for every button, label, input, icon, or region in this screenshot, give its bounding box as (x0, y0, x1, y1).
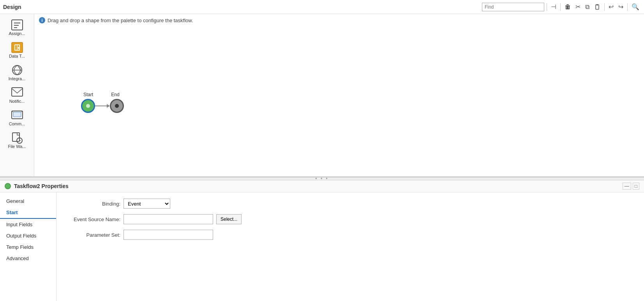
toolbar-separator-3 (604, 3, 605, 11)
flow-diagram: Start End (81, 92, 124, 113)
minimize-button[interactable]: — (623, 183, 631, 190)
properties-nav: General Start Input Fields Output Fields… (0, 192, 56, 301)
end-label: End (111, 92, 119, 97)
top-bar: Design ⊣ ✂ ⧉ ↩ ↪ 🔍 (0, 0, 644, 14)
paste-button[interactable] (593, 3, 602, 11)
binding-select[interactable]: Event Manual Scheduled (124, 199, 170, 209)
data-task-label: Data T... (9, 54, 25, 58)
zoom-button[interactable]: 🔍 (630, 2, 641, 11)
data-task-icon (10, 41, 24, 54)
arrow-line (95, 106, 107, 106)
palette-item-integration[interactable]: Integra... (3, 62, 31, 82)
palette-item-file-watch[interactable]: File Wa... (3, 130, 31, 150)
notification-icon (10, 86, 24, 99)
nav-item-temp-fields[interactable]: Temp Fields (0, 241, 56, 253)
arrow-head (107, 104, 110, 108)
parameter-set-input[interactable] (124, 230, 213, 240)
svg-rect-7 (596, 4, 598, 5)
properties-body: General Start Input Fields Output Fields… (0, 192, 644, 301)
palette-item-assign[interactable]: Assign... (3, 17, 31, 37)
svg-rect-1 (566, 4, 569, 5)
binding-label: Binding: (66, 201, 120, 207)
canvas-area[interactable]: i Drag and drop a shape from the palette… (34, 14, 644, 176)
start-label: Start (83, 92, 93, 97)
toolbar-right: ⊣ ✂ ⧉ ↩ ↪ 🔍 (482, 2, 641, 11)
properties-panel: Taskflow2 Properties — □ General Start I… (0, 180, 644, 301)
assign-label: Assign... (9, 31, 25, 36)
toolbar-separator-2 (560, 3, 561, 11)
file-watch-label: File Wa... (8, 144, 26, 149)
nav-item-start[interactable]: Start (0, 207, 56, 219)
integration-label: Integra... (9, 76, 25, 81)
properties-content: Binding: Event Manual Scheduled Event So… (56, 192, 644, 301)
properties-title: Taskflow2 Properties (5, 183, 69, 189)
communication-icon (10, 109, 24, 121)
maximize-button[interactable]: □ (633, 183, 639, 190)
end-node[interactable] (110, 99, 124, 113)
integration-icon (10, 64, 24, 76)
svg-rect-21 (13, 112, 21, 117)
palette-item-notification[interactable]: Notific... (3, 85, 31, 104)
canvas-hint-text: Drag and drop a shape from the palette t… (48, 18, 193, 23)
palette-item-communication[interactable]: Comm... (3, 107, 31, 127)
delete-button[interactable] (563, 3, 572, 11)
nav-item-general[interactable]: General (0, 195, 56, 207)
binding-row: Binding: Event Manual Scheduled (66, 199, 635, 209)
nav-item-advanced[interactable]: Advanced (0, 253, 56, 264)
properties-title-text: Taskflow2 Properties (14, 183, 69, 189)
svg-rect-22 (12, 133, 19, 141)
file-watch-icon (10, 132, 24, 144)
flow-nodes (81, 99, 124, 113)
end-node-inner (115, 104, 119, 108)
flow-labels: Start End (81, 92, 120, 97)
resize-handle[interactable]: • • • (0, 177, 644, 180)
event-source-label: Event Source Name: (66, 217, 120, 222)
svg-rect-5 (567, 6, 568, 9)
properties-header: Taskflow2 Properties — □ (0, 180, 644, 192)
event-source-input[interactable] (124, 214, 213, 224)
find-input[interactable] (482, 3, 544, 11)
toolbar-separator-4 (627, 3, 628, 11)
select-button[interactable]: Select... (216, 214, 242, 224)
canvas-hint: i Drag and drop a shape from the palette… (34, 14, 644, 26)
assign-icon (10, 19, 24, 31)
svg-rect-17 (12, 88, 23, 96)
redo-button[interactable]: ↪ (617, 2, 625, 11)
toolbar-separator-1 (547, 3, 547, 11)
palette-sidebar: Assign... Data T... (0, 14, 34, 176)
communication-label: Comm... (9, 121, 25, 126)
info-icon: i (39, 17, 45, 23)
event-source-row: Event Source Name: Select... (66, 214, 635, 224)
parameter-set-label: Parameter Set: (66, 232, 120, 238)
undo-button[interactable]: ↩ (607, 2, 615, 11)
start-node[interactable] (81, 99, 95, 113)
copy-button[interactable]: ⧉ (584, 3, 591, 11)
design-area: Assign... Data T... (0, 14, 644, 177)
page-title: Design (3, 4, 21, 10)
nav-item-input-fields[interactable]: Input Fields (0, 219, 56, 230)
status-dot (5, 183, 11, 189)
first-button[interactable]: ⊣ (549, 2, 558, 11)
palette-item-data-task[interactable]: Data T... (3, 40, 31, 59)
nav-item-output-fields[interactable]: Output Fields (0, 230, 56, 241)
flow-arrow (95, 104, 110, 108)
start-node-inner (86, 104, 90, 108)
properties-window-controls: — □ (623, 183, 639, 190)
notification-label: Notific... (9, 99, 25, 104)
parameter-set-row: Parameter Set: (66, 230, 635, 240)
cut-button[interactable]: ✂ (574, 2, 582, 11)
